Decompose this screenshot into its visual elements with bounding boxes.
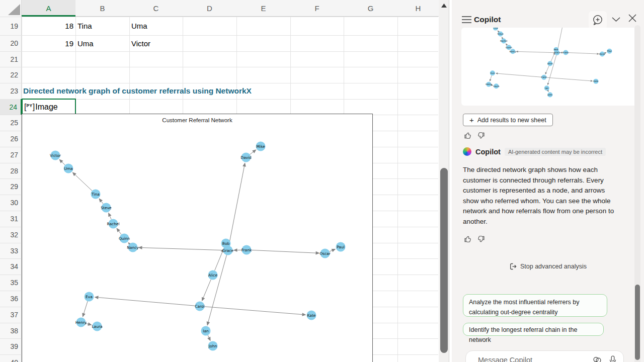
selected-cell-a24[interactable]: [PY] Image xyxy=(22,99,76,115)
thumbs-down-icon[interactable] xyxy=(476,235,485,243)
svg-text:Frank: Frank xyxy=(562,51,569,54)
row-header-23[interactable]: 23 xyxy=(0,83,22,99)
row-header-22[interactable]: 22 xyxy=(0,67,22,83)
column-header-g[interactable]: G xyxy=(344,0,397,17)
svg-text:John: John xyxy=(208,344,217,348)
row-header-33[interactable]: 33 xyxy=(0,243,22,258)
copilot-panel-title: Copilot xyxy=(474,15,501,24)
stop-advanced-analysis-button[interactable]: Stop advanced analysis xyxy=(452,262,644,270)
plus-icon: + xyxy=(469,116,474,124)
row-header-34[interactable]: 34 xyxy=(0,258,22,275)
hamburger-menu-icon[interactable] xyxy=(462,16,471,24)
thumbs-up-icon[interactable] xyxy=(464,235,472,243)
thumbs-up-icon[interactable] xyxy=(464,131,472,140)
row-header-32[interactable]: 32 xyxy=(0,227,22,243)
row-header-38[interactable]: 38 xyxy=(0,323,22,338)
copilot-response-text: The directed network graph shows how eac… xyxy=(463,165,622,227)
svg-text:Eva: Eva xyxy=(491,72,495,74)
copilot-attribution: Copilot AI-generated content may be inco… xyxy=(463,147,606,156)
copilot-brand-name: Copilot xyxy=(475,148,501,156)
ai-disclaimer-badge: AI-generated content may be incorrect xyxy=(505,148,606,156)
column-header-e[interactable]: E xyxy=(236,0,290,17)
row-header-36[interactable]: 36 xyxy=(0,291,22,307)
svg-text:David: David xyxy=(240,155,252,160)
column-header-d[interactable]: D xyxy=(183,0,236,17)
svg-text:Victor: Victor xyxy=(50,153,61,158)
stop-advanced-analysis-label: Stop advanced analysis xyxy=(520,263,587,270)
svg-text:Steve: Steve xyxy=(498,33,504,35)
column-header-c[interactable]: C xyxy=(129,0,183,17)
column-header-h[interactable]: H xyxy=(397,0,439,17)
svg-text:Tina: Tina xyxy=(91,192,100,197)
svg-text:Carol: Carol xyxy=(541,76,547,78)
cell-a24-value: Image xyxy=(35,103,57,112)
svg-text:Grace: Grace xyxy=(554,51,560,54)
cell-a20[interactable]: 19 xyxy=(22,35,75,51)
row-header-40[interactable]: 40 xyxy=(0,354,22,362)
row-header-26[interactable]: 26 xyxy=(0,131,22,147)
row-header-20[interactable]: 20 xyxy=(0,35,22,51)
svg-text:Quinn: Quinn xyxy=(119,236,130,241)
svg-text:Alice: Alice xyxy=(547,62,553,65)
svg-text:Grace: Grace xyxy=(222,248,234,253)
add-results-button[interactable]: + Add results to new sheet xyxy=(463,114,553,126)
svg-text:Kate: Kate xyxy=(307,313,316,318)
row-header-30[interactable]: 30 xyxy=(0,195,22,211)
row-header-19[interactable]: 19 xyxy=(0,17,22,35)
svg-text:Ian: Ian xyxy=(545,87,548,89)
row-header-37[interactable]: 37 xyxy=(0,307,22,323)
scroll-up-arrow[interactable] xyxy=(440,3,448,9)
svg-text:Bob: Bob xyxy=(554,48,558,51)
svg-text:Oscar: Oscar xyxy=(599,53,606,55)
svg-text:Henry: Henry xyxy=(486,83,492,85)
select-all-corner[interactable] xyxy=(5,2,22,16)
row-header-39[interactable]: 39 xyxy=(0,338,22,354)
cell-a19[interactable]: 18 xyxy=(22,17,75,35)
chart-result-preview[interactable]: VictorUmaTinaSteveRachelQuinnNancyBobGra… xyxy=(461,28,639,106)
message-copilot-input[interactable] xyxy=(477,355,580,362)
svg-text:Uma: Uma xyxy=(64,166,72,171)
svg-text:Kate: Kate xyxy=(594,80,599,82)
row-header-27[interactable]: 27 xyxy=(0,147,22,163)
suggestion-chip[interactable]: Identify the longest referral chain in t… xyxy=(463,323,604,336)
sheet-scrollbar-thumb[interactable] xyxy=(440,168,448,353)
svg-text:Nancy: Nancy xyxy=(510,50,517,53)
cell-b19[interactable]: Tina xyxy=(75,17,129,35)
svg-text:Ian: Ian xyxy=(203,329,209,333)
new-chat-icon[interactable] xyxy=(592,14,604,26)
copilot-tools-icon[interactable] xyxy=(593,355,602,362)
network-graph: VictorUmaTinaSteveRachelQuinnNancyBobGra… xyxy=(22,114,372,362)
row-header-21[interactable]: 21 xyxy=(0,51,22,67)
close-icon[interactable] xyxy=(628,14,636,22)
message-input-box[interactable] xyxy=(465,350,624,362)
svg-text:Rachel: Rachel xyxy=(500,40,507,42)
column-header-a[interactable]: A xyxy=(22,0,75,17)
python-icon: PY xyxy=(26,103,32,108)
row-header-24[interactable]: 24 xyxy=(0,99,22,115)
cell-b20[interactable]: Uma xyxy=(75,35,129,51)
column-header-f[interactable]: F xyxy=(290,0,344,17)
row-header-35[interactable]: 35 xyxy=(0,275,22,291)
panel-scrollbar-thumb[interactable] xyxy=(635,285,640,360)
column-header-b[interactable]: B xyxy=(75,0,129,17)
copilot-panel: Copilot VictorUmaTinaSteveRachelQuinnNan… xyxy=(452,0,644,362)
svg-text:Oscar: Oscar xyxy=(319,251,331,256)
feedback-row xyxy=(464,131,485,140)
cell-a23-heading[interactable]: Directed network graph of customer refer… xyxy=(23,83,252,99)
row-header-31[interactable]: 31 xyxy=(0,211,22,227)
row-header-29[interactable]: 29 xyxy=(0,178,22,195)
cell-c20[interactable]: Victor xyxy=(129,35,183,51)
svg-text:Quinn: Quinn xyxy=(506,46,512,49)
chevron-down-icon[interactable] xyxy=(612,17,620,22)
suggestion-chip[interactable]: Analyze the most influential referrers b… xyxy=(463,294,607,317)
copilot-logo-icon xyxy=(463,147,471,156)
row-header-28[interactable]: 28 xyxy=(0,163,22,178)
svg-text:John: John xyxy=(547,94,553,96)
embedded-chart[interactable]: Customer Referral Network VictorUmaTinaS… xyxy=(22,114,373,362)
svg-text:Bob: Bob xyxy=(222,241,230,246)
microphone-icon[interactable] xyxy=(609,355,616,362)
svg-text:Nancy: Nancy xyxy=(127,245,139,250)
cell-c19[interactable]: Uma xyxy=(129,17,183,35)
thumbs-down-icon[interactable] xyxy=(476,131,485,140)
row-header-25[interactable]: 25 xyxy=(0,115,22,131)
